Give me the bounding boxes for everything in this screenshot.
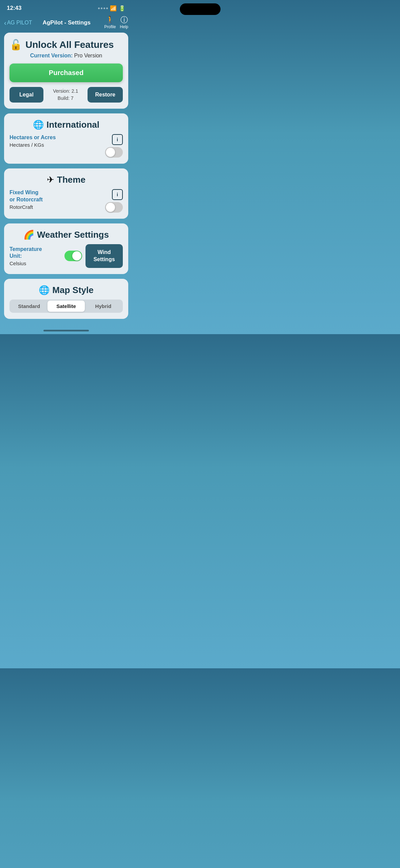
rainbow-icon: 🌈 bbox=[23, 230, 34, 240]
hectares-label-group: Hectares or Acres Hectares / KGs bbox=[9, 134, 105, 148]
theme-label: Fixed Wingor Rotorcraft bbox=[9, 189, 105, 203]
weather-title: Weather Settings bbox=[37, 230, 109, 240]
theme-label-group: Fixed Wingor Rotorcraft RotorCraft bbox=[9, 189, 105, 210]
hectares-setting-row: Hectares or Acres Hectares / KGs i bbox=[9, 134, 123, 158]
profile-label: Profile bbox=[104, 24, 116, 29]
version-line2: Build: 7 bbox=[47, 95, 84, 102]
version-row: Current Version: Pro Version bbox=[9, 53, 123, 59]
version-line1: Version: 2.1 bbox=[47, 88, 84, 95]
airplane-icon: ✈ bbox=[47, 175, 54, 185]
map-segment-standard[interactable]: Standard bbox=[11, 301, 47, 312]
map-segment-satellite[interactable]: Satellite bbox=[47, 301, 84, 312]
help-icon: ⓘ bbox=[120, 16, 128, 24]
theme-toggle[interactable] bbox=[105, 202, 123, 213]
theme-setting-row: Fixed Wingor Rotorcraft RotorCraft i bbox=[9, 189, 123, 213]
wifi-icon: 📶 bbox=[110, 5, 117, 12]
temperature-value: Celsius bbox=[9, 260, 61, 266]
profile-icon: 🚶 bbox=[106, 16, 115, 24]
theme-info-button[interactable]: i bbox=[112, 189, 123, 200]
status-bar: 12:43 📶 🔋 bbox=[0, 0, 132, 14]
unlock-title: Unlock All Features bbox=[25, 39, 114, 50]
map-style-card: 🌐 Map Style Standard Satellite Hybrid bbox=[4, 279, 128, 319]
purchased-button[interactable]: Purchased bbox=[9, 64, 123, 82]
nav-back-label: AG PILOT bbox=[7, 20, 32, 26]
legal-button[interactable]: Legal bbox=[9, 87, 43, 103]
wind-settings-button[interactable]: WindSettings bbox=[85, 244, 123, 268]
main-content: 🔓 Unlock All Features Current Version: P… bbox=[0, 33, 132, 326]
theme-header: ✈ Theme bbox=[9, 175, 123, 185]
international-header: 🌐 International bbox=[9, 120, 123, 130]
hectares-label: Hectares or Acres bbox=[9, 134, 105, 141]
back-chevron-icon: ‹ bbox=[4, 19, 6, 27]
weather-toggle-area: WindSettings bbox=[64, 244, 123, 268]
unlock-header: 🔓 Unlock All Features bbox=[9, 39, 123, 51]
international-title: International bbox=[46, 120, 99, 130]
theme-title: Theme bbox=[57, 175, 85, 185]
unlock-card: 🔓 Unlock All Features Current Version: P… bbox=[4, 33, 128, 109]
status-icons: 📶 🔋 bbox=[98, 5, 126, 12]
nav-bar: ‹ AG PILOT AgPilot - Settings 🚶 Profile … bbox=[0, 14, 132, 33]
weather-setting-row: TemperatureUnit: Celsius WindSettings bbox=[9, 244, 123, 268]
globe-icon: 🌐 bbox=[33, 120, 44, 130]
map-header: 🌐 Map Style bbox=[9, 285, 123, 295]
weather-label-group: TemperatureUnit: Celsius bbox=[9, 246, 61, 267]
status-time: 12:43 bbox=[7, 5, 21, 12]
nav-actions: 🚶 Profile ⓘ Help bbox=[101, 16, 128, 29]
signal-dot-2 bbox=[101, 7, 102, 9]
weather-header: 🌈 Weather Settings bbox=[9, 230, 123, 240]
unlock-icon: 🔓 bbox=[9, 39, 22, 51]
current-version-value: Pro Version bbox=[74, 53, 102, 58]
map-segment-control: Standard Satellite Hybrid bbox=[9, 300, 123, 313]
theme-value: RotorCraft bbox=[9, 204, 105, 210]
international-card: 🌐 International Hectares or Acres Hectar… bbox=[4, 113, 128, 164]
hectares-value: Hectares / KGs bbox=[9, 142, 105, 148]
home-indicator bbox=[43, 330, 89, 331]
hectares-toggle[interactable] bbox=[105, 147, 123, 158]
battery-icon: 🔋 bbox=[119, 5, 126, 12]
signal-dot-3 bbox=[103, 7, 105, 9]
temperature-label: TemperatureUnit: bbox=[9, 246, 61, 260]
nav-title: AgPilot - Settings bbox=[32, 19, 101, 26]
weather-card: 🌈 Weather Settings TemperatureUnit: Cels… bbox=[4, 223, 128, 274]
help-label: Help bbox=[120, 24, 128, 29]
card-footer: Legal Version: 2.1 Build: 7 Restore bbox=[9, 87, 123, 103]
restore-button[interactable]: Restore bbox=[88, 87, 123, 103]
theme-right: i bbox=[105, 189, 123, 213]
hectares-info-button[interactable]: i bbox=[112, 134, 123, 145]
current-version-label: Current Version: bbox=[30, 53, 73, 58]
theme-card: ✈ Theme Fixed Wingor Rotorcraft RotorCra… bbox=[4, 168, 128, 219]
signal-dot-4 bbox=[106, 7, 108, 9]
version-info: Version: 2.1 Build: 7 bbox=[47, 88, 84, 102]
map-globe-icon: 🌐 bbox=[39, 285, 50, 295]
profile-button[interactable]: 🚶 Profile bbox=[104, 16, 116, 29]
hectares-right: i bbox=[105, 134, 123, 158]
nav-back-button[interactable]: ‹ AG PILOT bbox=[4, 19, 32, 27]
signal-dot-1 bbox=[98, 7, 100, 9]
map-segment-hybrid[interactable]: Hybrid bbox=[85, 301, 122, 312]
temperature-toggle[interactable] bbox=[64, 251, 82, 261]
signal-dots bbox=[98, 7, 108, 9]
help-button[interactable]: ⓘ Help bbox=[120, 16, 128, 29]
map-title: Map Style bbox=[52, 285, 93, 295]
